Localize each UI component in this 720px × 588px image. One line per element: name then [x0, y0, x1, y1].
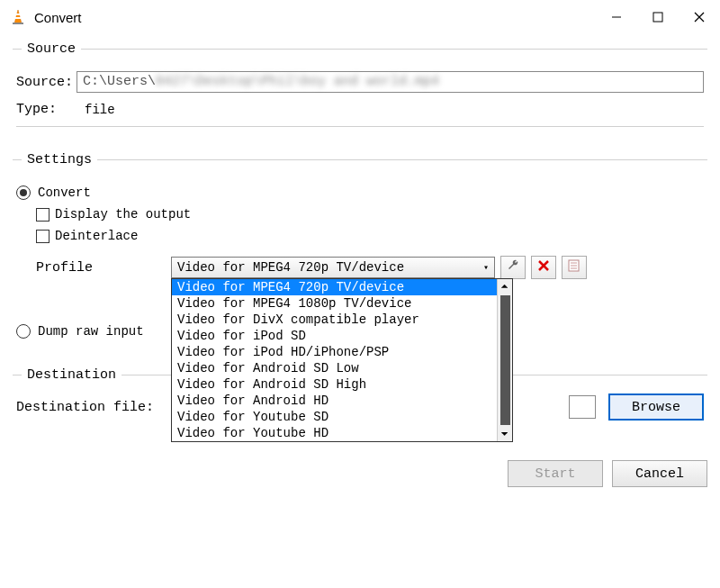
profile-selected-value: Video for MPEG4 720p TV/device [177, 260, 404, 275]
profile-option[interactable]: Video for Youtube SD [172, 409, 497, 425]
wrench-icon [506, 258, 520, 276]
profile-dropdown: Video for MPEG4 720p TV/deviceVideo for … [171, 278, 513, 442]
start-button[interactable]: Start [508, 460, 603, 487]
profile-option[interactable]: Video for DivX compatible player [172, 312, 497, 328]
destination-legend: Destination [22, 367, 122, 383]
profile-option[interactable]: Video for Android SD High [172, 376, 497, 393]
settings-group: Settings Convert Display the output Dein… [13, 152, 707, 357]
delete-icon [537, 259, 550, 276]
new-profile-icon [567, 258, 581, 276]
source-legend: Source [22, 41, 81, 57]
chevron-down-icon: ▾ [483, 262, 489, 273]
display-output-checkbox[interactable]: Display the output [36, 207, 704, 222]
source-label: Source: [16, 75, 73, 90]
source-path-obscured: 0427\Desktop\Phil\boy and world.mp4 [156, 74, 439, 89]
window-title: Convert [34, 10, 596, 25]
cancel-button[interactable]: Cancel [612, 460, 707, 487]
profile-option[interactable]: Video for MPEG4 1080p TV/device [172, 295, 497, 312]
convert-radio[interactable]: Convert [16, 185, 704, 200]
minimize-button[interactable] [596, 3, 637, 32]
destination-file-label: Destination file: [16, 400, 154, 415]
svg-rect-3 [13, 23, 23, 24]
checkbox-indicator-icon [36, 208, 50, 222]
profile-option[interactable]: Video for iPod HD/iPhone/PSP [172, 344, 497, 360]
maximize-button[interactable] [637, 3, 679, 32]
profile-label: Profile [36, 260, 171, 276]
profile-option[interactable]: Video for Android HD [172, 393, 497, 409]
type-label: Type: [16, 102, 81, 117]
deinterlace-checkbox[interactable]: Deinterlace [36, 229, 704, 243]
profile-select[interactable]: Video for MPEG4 720p TV/device ▾ Video f… [171, 257, 495, 278]
window-controls [596, 3, 720, 32]
svg-rect-2 [15, 17, 21, 19]
vlc-cone-icon [9, 8, 27, 26]
source-path-input[interactable]: C:\Users\0427\Desktop\Phil\boy and world… [76, 71, 704, 93]
settings-legend: Settings [22, 152, 97, 167]
svg-marker-0 [14, 10, 22, 23]
close-button[interactable] [679, 3, 720, 32]
profile-option[interactable]: Video for Youtube HD [172, 425, 497, 441]
svg-rect-5 [653, 13, 662, 22]
source-group: Source Source: C:\Users\0427\Desktop\Phi… [13, 41, 707, 141]
profile-option[interactable]: Video for MPEG4 720p TV/device [172, 279, 497, 295]
edit-profile-button[interactable] [500, 256, 526, 279]
scroll-thumb[interactable] [500, 295, 510, 425]
checkbox-indicator-icon [36, 230, 50, 243]
scroll-up-icon[interactable]: ⏶ [498, 279, 512, 294]
radio-indicator-icon [16, 185, 31, 200]
delete-profile-button[interactable] [531, 256, 556, 279]
deinterlace-label: Deinterlace [55, 229, 138, 243]
browse-button[interactable]: Browse [608, 394, 704, 421]
dialog-buttons: Start Cancel [0, 455, 720, 487]
source-path-visible: C:\Users\ [83, 74, 156, 89]
destination-file-input[interactable] [569, 395, 596, 419]
svg-rect-1 [16, 14, 21, 15]
radio-indicator-icon [16, 324, 31, 339]
titlebar: Convert [0, 0, 720, 34]
type-value: file [85, 103, 115, 117]
convert-radio-label: Convert [38, 185, 91, 200]
dump-raw-label: Dump raw input [38, 324, 144, 339]
scroll-down-icon[interactable]: ⏷ [498, 427, 512, 441]
display-output-label: Display the output [55, 207, 191, 222]
profile-option[interactable]: Video for Android SD Low [172, 360, 497, 376]
profile-option[interactable]: Video for iPod SD [172, 328, 497, 344]
new-profile-button[interactable] [562, 256, 587, 279]
dropdown-scrollbar[interactable]: ⏶ ⏷ [497, 279, 512, 441]
